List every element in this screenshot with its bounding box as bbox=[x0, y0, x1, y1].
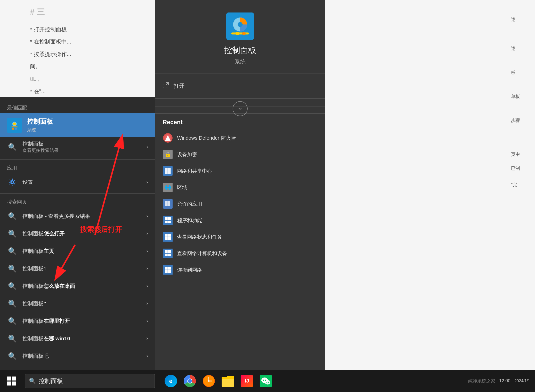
recent-text-8: 连接到网络 bbox=[177, 267, 202, 273]
cp-large-icon-svg bbox=[226, 12, 254, 40]
wechat-button[interactable] bbox=[257, 373, 274, 390]
svg-rect-5 bbox=[15, 128, 17, 129]
svg-point-13 bbox=[242, 32, 246, 35]
network-icon bbox=[164, 167, 171, 174]
recent-item-6[interactable]: 查看网络状态和任务 bbox=[163, 229, 318, 245]
svg-rect-3 bbox=[12, 126, 18, 127]
external-link-icon bbox=[163, 82, 169, 88]
recent-label: Recent bbox=[163, 119, 318, 126]
web-item-text-1: 控制面板怎么打开 bbox=[23, 230, 141, 237]
tray-time: 12:00 bbox=[499, 378, 510, 384]
search-icon-web-5: 🔍 bbox=[7, 298, 18, 309]
recent-item-0[interactable]: Windows Defender 防火墙 bbox=[163, 130, 318, 146]
recent-icon-5 bbox=[163, 215, 173, 226]
see-more-arrow: › bbox=[146, 144, 148, 150]
file-explorer-button[interactable] bbox=[219, 373, 236, 390]
recent-icon-7 bbox=[163, 248, 173, 259]
web-item-3[interactable]: 🔍 控制面板1 › bbox=[0, 260, 155, 277]
web-item-text-6: 控制面板在哪里打开 bbox=[23, 318, 141, 325]
recent-item-3[interactable]: 🌐 区域 bbox=[163, 179, 318, 196]
svg-rect-18 bbox=[165, 168, 168, 171]
recent-icon-2 bbox=[163, 166, 173, 176]
right-panel: 控制面板 系统 打开 Recent bbox=[155, 0, 325, 370]
web-item-4[interactable]: 🔍 控制面板怎么放在桌面 › bbox=[0, 277, 155, 295]
svg-rect-25 bbox=[165, 204, 168, 206]
svg-point-16 bbox=[167, 155, 168, 156]
lock-icon bbox=[165, 151, 171, 158]
web-arrow-3: › bbox=[146, 265, 148, 272]
web-item-8[interactable]: 🔍 控制面板吧 › bbox=[0, 347, 155, 365]
svg-rect-20 bbox=[165, 171, 168, 174]
chrome-icon bbox=[184, 375, 196, 387]
search-icon-web-3: 🔍 bbox=[7, 263, 18, 274]
svg-rect-26 bbox=[168, 204, 170, 206]
recent-text-7: 查看网络计算机和设备 bbox=[177, 250, 227, 257]
web-item-2[interactable]: 🔍 控制面板主页 › bbox=[0, 242, 155, 260]
web-arrow-0: › bbox=[146, 213, 148, 219]
search-icon-web-1: 🔍 bbox=[7, 228, 18, 239]
shield-check-icon bbox=[165, 201, 171, 207]
start-button[interactable] bbox=[0, 370, 22, 392]
web-arrow-7: › bbox=[146, 335, 148, 342]
settings-label: 设置 bbox=[23, 179, 141, 186]
recent-text-1: 设备加密 bbox=[177, 151, 197, 158]
web-item-7[interactable]: 🔍 控制面板在哪 win10 › bbox=[0, 330, 155, 347]
recent-item-8[interactable]: 连接到网络 bbox=[163, 262, 318, 278]
web-item-0[interactable]: 🔍 控制面板 - 查看更多搜索结果 › bbox=[0, 207, 155, 225]
intellij-button[interactable]: IJ bbox=[238, 373, 255, 390]
svg-rect-4 bbox=[12, 128, 14, 129]
recent-item-5[interactable]: 程序和功能 bbox=[163, 212, 318, 229]
web-item-6[interactable]: 🔍 控制面板在哪里打开 › bbox=[0, 312, 155, 330]
svg-rect-21 bbox=[168, 171, 171, 174]
recent-item-1[interactable]: 设备加密 bbox=[163, 146, 318, 163]
intellij-icon: IJ bbox=[241, 375, 253, 387]
taskbar-search-bar[interactable]: 🔍 控制面板 bbox=[25, 374, 155, 388]
search-icon-web-4: 🔍 bbox=[7, 281, 18, 291]
folder-icon bbox=[222, 375, 234, 387]
svg-point-10 bbox=[238, 22, 243, 27]
svg-rect-19 bbox=[168, 168, 171, 171]
expand-button[interactable] bbox=[233, 101, 248, 116]
web-arrow-6: › bbox=[146, 318, 148, 324]
recent-text-5: 程序和功能 bbox=[177, 217, 202, 224]
svg-point-12 bbox=[236, 32, 239, 35]
best-match-info: 控制面板 系统 bbox=[27, 117, 53, 133]
chrome-icon-button[interactable] bbox=[181, 373, 198, 390]
recent-text-2: 网络和共享中心 bbox=[177, 168, 212, 174]
web-item-1[interactable]: 🔍 控制面板怎么打开 › bbox=[0, 225, 155, 242]
web-arrow-2: › bbox=[146, 248, 148, 254]
recent-item-2[interactable]: 网络和共享中心 bbox=[163, 163, 318, 179]
tray-logo-text: 纯净系统之家 bbox=[468, 378, 495, 384]
web-item-text-8: 控制面板吧 bbox=[23, 353, 141, 360]
svg-point-2 bbox=[13, 122, 16, 125]
taskbar-search-icon: 🔍 bbox=[29, 378, 36, 384]
recent-text-4: 允许的应用 bbox=[177, 201, 202, 207]
recent-item-4[interactable]: 允许的应用 bbox=[163, 196, 318, 212]
web-item-text-5: 控制面板'' bbox=[23, 300, 141, 307]
web-item-text-0: 控制面板 - 查看更多搜索结果 bbox=[23, 213, 141, 220]
taskbar-icons: e bbox=[162, 373, 274, 390]
see-more-text: 控制面板 查看更多搜索结果 bbox=[23, 140, 141, 153]
settings-item[interactable]: 设置 › bbox=[0, 173, 155, 191]
clock-icon-button[interactable] bbox=[200, 373, 217, 390]
best-match-item[interactable]: 控制面板 系统 bbox=[0, 113, 155, 137]
search-icon-web-6: 🔍 bbox=[7, 316, 18, 326]
search-results-panel: 最佳匹配 控制面板 系统 🔍 控制面板 查看更多搜索结果 › 应用 bbox=[0, 97, 155, 370]
web-item-text-4: 控制面板怎么放在桌面 bbox=[23, 283, 141, 290]
best-match-label: 最佳匹配 bbox=[0, 102, 155, 113]
web-label: 搜索网页 bbox=[0, 196, 155, 207]
web-arrow-5: › bbox=[146, 300, 148, 307]
edge-icon-button[interactable]: e bbox=[162, 373, 179, 390]
wechat-icon bbox=[260, 375, 272, 387]
divider-2 bbox=[0, 193, 155, 194]
recent-text-3: 区域 bbox=[177, 184, 187, 191]
best-match-title: 控制面板 bbox=[27, 117, 53, 126]
recent-item-7[interactable]: 查看网络计算机和设备 bbox=[163, 245, 318, 262]
best-match-app-icon bbox=[7, 118, 22, 133]
see-more-item[interactable]: 🔍 控制面板 查看更多搜索结果 › bbox=[0, 137, 155, 157]
expand-section bbox=[155, 99, 325, 114]
web-arrow-1: › bbox=[146, 230, 148, 237]
web-item-5[interactable]: 🔍 控制面板'' › bbox=[0, 295, 155, 312]
open-action[interactable]: 打开 bbox=[163, 78, 318, 93]
recent-section: Recent Windows Defender 防火墙 设备加 bbox=[155, 114, 325, 283]
